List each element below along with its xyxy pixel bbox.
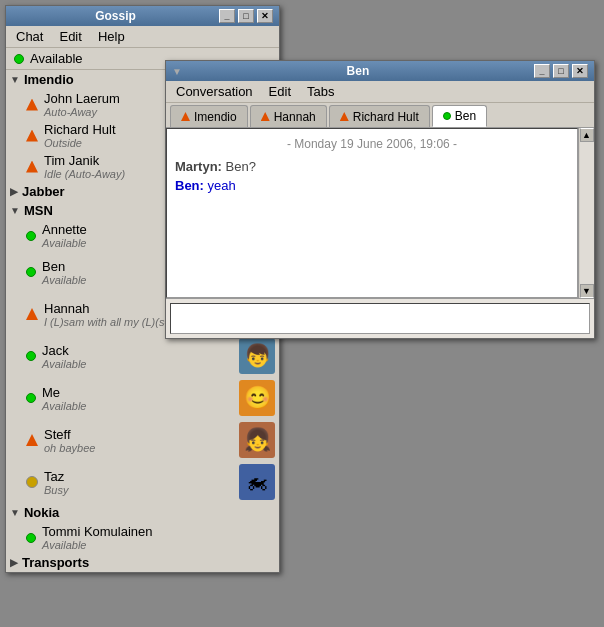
gossip-menu-edit[interactable]: Edit <box>51 27 89 46</box>
group-imendio-arrow: ▼ <box>10 74 20 85</box>
contact-me[interactable]: Me Available 😊 <box>6 377 279 419</box>
scrollbar-down-button[interactable]: ▼ <box>580 284 594 298</box>
gossip-win-buttons: _ □ ✕ <box>219 9 273 23</box>
tab-richard-icon <box>340 112 349 121</box>
chat-scrollbar[interactable]: ▲ ▼ <box>578 128 594 298</box>
contact-name: Ben <box>42 259 86 274</box>
group-transports[interactable]: ▶ Transports <box>6 553 279 572</box>
ben-maximize-button[interactable]: □ <box>553 64 569 78</box>
gossip-minimize-button[interactable]: _ <box>219 9 235 23</box>
ben-window: ▼ Ben _ □ ✕ Conversation Edit Tabs Imend… <box>165 60 595 339</box>
scrollbar-up-button[interactable]: ▲ <box>580 128 594 142</box>
steff-avatar: 👧 <box>239 422 275 458</box>
ben-minimize-button[interactable]: _ <box>534 64 550 78</box>
chat-text-martyn: Ben? <box>226 159 256 174</box>
contact-steff[interactable]: Steff oh baybee 👧 <box>6 419 279 461</box>
away-icon <box>26 161 38 173</box>
me-avatar: 😊 <box>239 380 275 416</box>
contact-status: Idle (Auto-Away) <box>44 168 125 180</box>
tab-ben-label: Ben <box>455 109 476 123</box>
contact-status: Auto-Away <box>44 106 120 118</box>
away-icon <box>26 99 38 111</box>
contact-name: John Laerum <box>44 91 120 106</box>
tab-ben-icon <box>443 112 451 120</box>
group-msn-label: MSN <box>24 203 53 218</box>
ben-title: Ben <box>182 64 534 78</box>
chat-input[interactable] <box>170 303 590 334</box>
contact-name: Tim Janik <box>44 153 125 168</box>
ben-titlebar: ▼ Ben _ □ ✕ <box>166 61 594 81</box>
available-icon <box>26 267 36 277</box>
available-icon <box>26 351 36 361</box>
gossip-maximize-button[interactable]: □ <box>238 9 254 23</box>
busy-icon <box>26 476 38 488</box>
ben-win-buttons: _ □ ✕ <box>534 64 588 78</box>
contact-status: Available <box>42 400 86 412</box>
tab-richard-label: Richard Hult <box>353 110 419 124</box>
chat-input-area[interactable] <box>166 298 594 338</box>
contact-status: Available <box>42 274 86 286</box>
gossip-menu-help[interactable]: Help <box>90 27 133 46</box>
chat-sender-martyn-name: Martyn: <box>175 159 222 174</box>
available-icon <box>26 393 36 403</box>
chat-text-ben: yeah <box>208 178 236 193</box>
contact-jack[interactable]: Jack Available 👦 <box>6 335 279 377</box>
contact-name: Steff <box>44 427 95 442</box>
contact-status: Available <box>42 539 153 551</box>
chat-message-ben: Ben: yeah <box>175 178 569 193</box>
ben-close-button[interactable]: ✕ <box>572 64 588 78</box>
chat-sender-ben-name: Ben: <box>175 178 204 193</box>
tab-imendio[interactable]: Imendio <box>170 105 248 127</box>
tab-hannah[interactable]: Hannah <box>250 105 327 127</box>
contact-name: Tommi Komulainen <box>42 524 153 539</box>
group-nokia-label: Nokia <box>24 505 59 520</box>
contact-status: Outside <box>44 137 116 149</box>
away-icon <box>26 434 38 446</box>
ben-menu-edit[interactable]: Edit <box>261 82 299 101</box>
away-icon <box>26 130 38 142</box>
gossip-close-button[interactable]: ✕ <box>257 9 273 23</box>
ben-menubar: Conversation Edit Tabs <box>166 81 594 103</box>
status-available-icon <box>14 54 24 64</box>
tab-hannah-label: Hannah <box>274 110 316 124</box>
group-jabber-arrow: ▶ <box>10 186 18 197</box>
contact-taz[interactable]: Taz Busy 🏍 <box>6 461 279 503</box>
tab-ben[interactable]: Ben <box>432 105 487 127</box>
chat-message-martyn: Martyn: Ben? <box>175 159 569 174</box>
contact-name: Richard Hult <box>44 122 116 137</box>
contact-status: oh baybee <box>44 442 95 454</box>
gossip-menubar: Chat Edit Help <box>6 26 279 48</box>
chat-content: - Monday 19 June 2006, 19:06 - Martyn: B… <box>166 128 578 298</box>
available-icon <box>26 231 36 241</box>
away-icon <box>26 308 38 320</box>
chat-timestamp: - Monday 19 June 2006, 19:06 - <box>175 137 569 151</box>
available-icon <box>26 533 36 543</box>
tab-richard-hult[interactable]: Richard Hult <box>329 105 430 127</box>
contact-tommi[interactable]: Tommi Komulainen Available <box>6 522 279 553</box>
chat-area-wrapper: - Monday 19 June 2006, 19:06 - Martyn: B… <box>166 128 594 298</box>
group-transports-arrow: ▶ <box>10 557 18 568</box>
contact-status: Available <box>42 237 87 249</box>
group-nokia[interactable]: ▼ Nokia <box>6 503 279 522</box>
group-nokia-arrow: ▼ <box>10 507 20 518</box>
contact-status: Busy <box>44 484 68 496</box>
gossip-menu-chat[interactable]: Chat <box>8 27 51 46</box>
contact-name: Annette <box>42 222 87 237</box>
jack-avatar: 👦 <box>239 338 275 374</box>
status-label: Available <box>30 51 83 66</box>
tab-imendio-icon <box>181 112 190 121</box>
tab-hannah-icon <box>261 112 270 121</box>
ben-titlebar-arrow: ▼ <box>172 66 182 77</box>
contact-name: Taz <box>44 469 68 484</box>
contact-status: Available <box>42 358 86 370</box>
ben-menu-tabs[interactable]: Tabs <box>299 82 342 101</box>
gossip-title: Gossip <box>12 9 219 23</box>
group-msn-arrow: ▼ <box>10 205 20 216</box>
scrollbar-track <box>580 142 594 284</box>
group-jabber-label: Jabber <box>22 184 65 199</box>
taz-avatar: 🏍 <box>239 464 275 500</box>
ben-menu-conversation[interactable]: Conversation <box>168 82 261 101</box>
gossip-titlebar: Gossip _ □ ✕ <box>6 6 279 26</box>
group-imendio-label: Imendio <box>24 72 74 87</box>
ben-tabs-bar: Imendio Hannah Richard Hult Ben <box>166 103 594 128</box>
